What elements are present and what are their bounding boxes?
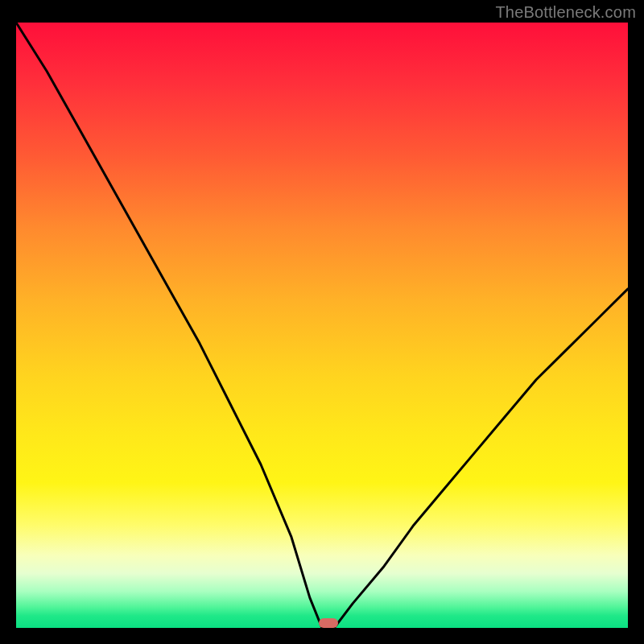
- chart-frame: TheBottleneck.com: [0, 0, 644, 644]
- optimal-point-marker: [319, 618, 338, 628]
- plot-area: [16, 23, 628, 628]
- bottleneck-curve: [16, 23, 628, 628]
- watermark-text: TheBottleneck.com: [495, 3, 636, 22]
